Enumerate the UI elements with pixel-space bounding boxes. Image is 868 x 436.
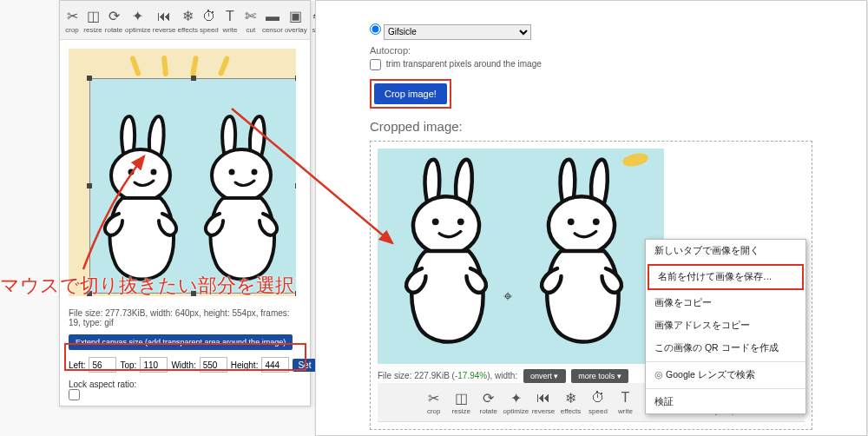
trim-label: trim transparent pixels around the image [386, 59, 542, 69]
toolbar-reverse-button[interactable]: ⏮reverse [153, 3, 176, 36]
toolbar-item-label: speed [589, 408, 608, 415]
toolbar-effects-button[interactable]: ❄effects [558, 386, 583, 419]
write-icon: T [615, 388, 635, 407]
crop-handle-lm[interactable] [87, 183, 92, 188]
crop-image-button[interactable]: Crop image! [374, 83, 447, 104]
crop-icon: ✂ [62, 7, 82, 26]
lock-ratio-checkbox[interactable] [69, 389, 80, 400]
toolbar-resize-button[interactable]: ◫resize [83, 3, 102, 36]
method-select[interactable]: Gifsicle [384, 24, 531, 40]
resize-icon: ◫ [83, 7, 102, 26]
cropped-image-heading: Cropped image: [370, 119, 812, 134]
ctx-separator [646, 361, 806, 362]
height-input[interactable] [261, 357, 289, 373]
width-input[interactable] [200, 357, 227, 373]
lock-aspect-ratio-row: Lock aspect ratio: [60, 378, 310, 406]
crop-selection[interactable] [89, 78, 296, 294]
ctx-inspect[interactable]: 検証 [646, 391, 806, 413]
svg-point-0 [111, 149, 170, 201]
overlay-icon: ▣ [286, 7, 306, 26]
toolbar-item-label: rotate [105, 27, 122, 34]
rabbit-illustration [194, 111, 289, 294]
effects-icon: ❄ [561, 388, 580, 407]
trim-checkbox[interactable] [370, 59, 381, 70]
cut-icon: ✄ [241, 7, 260, 26]
toolbar-item-label: effects [561, 408, 581, 415]
toolbar-item-label: write [618, 408, 633, 415]
toolbar-reverse-button[interactable]: ⏮reverse [530, 386, 556, 419]
height-label: Height: [231, 360, 259, 370]
toolbar-rotate-button[interactable]: ⟳rotate [476, 386, 501, 419]
toolbar-item-label: cut [247, 27, 256, 34]
reverse-icon: ⏮ [534, 388, 553, 407]
toolbar-item-label: crop [427, 408, 441, 415]
toolbar-speed-button[interactable]: ⏱speed [200, 3, 219, 36]
crop-handle-bl[interactable] [87, 291, 92, 296]
speed-icon: ⏱ [589, 388, 608, 407]
ctx-copy-image-address[interactable]: 画像アドレスをコピー [646, 314, 806, 337]
context-menu: 新しいタブで画像を開く 名前を付けて画像を保存… 画像をコピー 画像アドレスをコ… [645, 239, 806, 414]
toolbar-item-label: overlay [285, 27, 307, 34]
ctx-google-lens[interactable]: Google レンズで検索 [646, 364, 806, 386]
svg-point-6 [413, 196, 479, 254]
effects-icon: ❄ [178, 7, 197, 26]
toolbar-item-label: resize [452, 408, 470, 415]
toolbar-crop-button[interactable]: ✂crop [421, 386, 446, 419]
extend-canvas-button[interactable]: Extend canvas size (add transparent area… [69, 334, 293, 350]
svg-point-4 [229, 169, 235, 175]
ctx-separator [646, 388, 806, 389]
toolbar-top-left: ✂crop◫resize⟳rotate✦optimize⏮reverse❄eff… [60, 1, 310, 40]
toolbar-item-label: resize [83, 27, 102, 34]
resize-icon: ◫ [451, 388, 470, 407]
toolbar-censor-button[interactable]: ▬censor [262, 3, 283, 36]
autocrop-label: Autocrop: [370, 45, 812, 56]
ctx-open-new-tab[interactable]: 新しいタブで画像を開く [646, 240, 806, 262]
toolbar-write-button[interactable]: Twrite [220, 3, 240, 36]
result-container: ⌖ 新しいタブで画像を開く 名前を付けて画像を保存… 画像をコピー 画像アドレス… [370, 141, 812, 430]
crop-handle-tr[interactable] [295, 76, 296, 81]
svg-point-3 [212, 149, 271, 201]
result-image[interactable]: ⌖ [378, 149, 664, 364]
toolbar-write-button[interactable]: Twrite [613, 386, 638, 419]
toolbar-optimize-button[interactable]: ✦optimize [125, 3, 151, 36]
reverse-icon: ⏮ [155, 7, 174, 26]
speed-icon: ⏱ [200, 7, 219, 26]
toolbar-optimize-button[interactable]: ✦optimize [503, 386, 529, 419]
toolbar-item-label: rotate [479, 408, 496, 415]
svg-point-9 [549, 196, 615, 254]
source-canvas[interactable] [69, 49, 296, 296]
crop-handle-tl[interactable] [87, 76, 92, 81]
toolbar-rotate-button[interactable]: ⟳rotate [104, 3, 123, 36]
svg-point-8 [457, 218, 464, 225]
svg-point-5 [252, 169, 258, 175]
lock-ratio-label: Lock aspect ratio: [69, 380, 136, 389]
more-tools-dropdown[interactable]: more tools ▾ [571, 369, 628, 383]
toolbar-speed-button[interactable]: ⏱speed [585, 386, 610, 419]
censor-icon: ▬ [263, 7, 282, 26]
top-input[interactable] [140, 357, 168, 373]
toolbar-resize-button[interactable]: ◫resize [448, 386, 473, 419]
convert-dropdown[interactable]: onvert ▾ [523, 369, 566, 383]
toolbar-overlay-button[interactable]: ▣overlay [285, 3, 307, 36]
svg-point-7 [432, 218, 439, 225]
crop-handle-tm[interactable] [191, 76, 196, 81]
set-button[interactable]: Set [293, 359, 316, 372]
toolbar-crop-button[interactable]: ✂crop [62, 3, 82, 36]
svg-point-10 [568, 218, 575, 225]
file-info-text: File size: 277.73KiB, width: 640px, heig… [60, 305, 310, 331]
crop-handle-rm[interactable] [295, 183, 296, 188]
rotate-icon: ⟳ [479, 388, 498, 407]
toolbar-cut-button[interactable]: ✄cut [241, 3, 260, 36]
toolbar-item-label: effects [177, 27, 197, 34]
toolbar-effects-button[interactable]: ❄effects [177, 3, 197, 36]
ctx-copy-image[interactable]: 画像をコピー [646, 292, 806, 314]
ctx-create-qr[interactable]: この画像の QR コードを作成 [646, 337, 806, 360]
method-radio-gifsicle[interactable] [370, 23, 381, 35]
toolbar-item-label: crop [65, 27, 79, 34]
crop-handle-br[interactable] [295, 291, 296, 296]
ctx-save-image-as[interactable]: 名前を付けて画像を保存… [648, 264, 804, 290]
svg-point-11 [593, 218, 600, 225]
rabbit-illustration [381, 154, 511, 358]
mouse-cursor-icon: ⌖ [503, 287, 512, 306]
left-input[interactable] [89, 357, 116, 373]
